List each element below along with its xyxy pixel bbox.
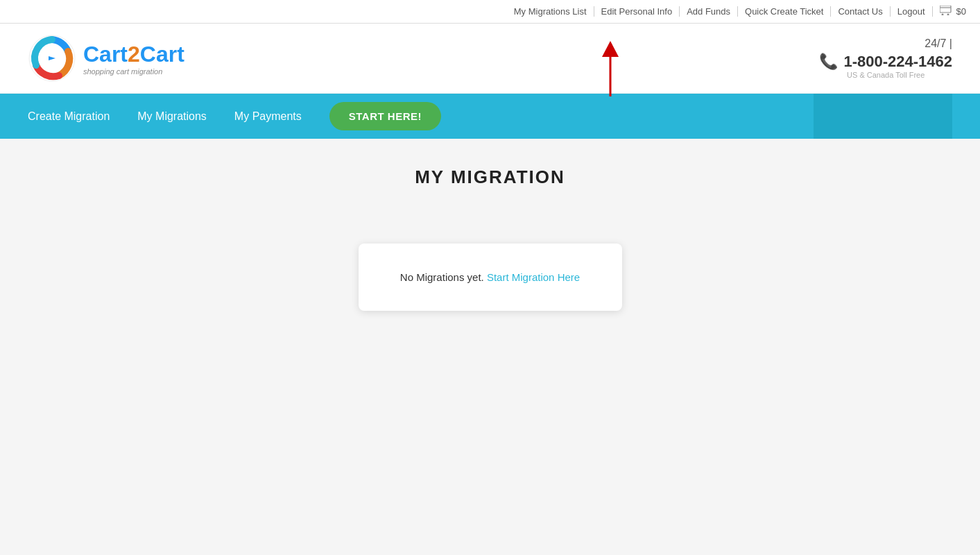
- svg-rect-0: [940, 6, 951, 12]
- my-payments-nav[interactable]: My Payments: [234, 107, 302, 126]
- start-here-button[interactable]: START HERE!: [329, 102, 441, 130]
- page-title: MY MIGRATION: [14, 166, 966, 188]
- balance-value: $0: [956, 6, 966, 17]
- cart-icon: [940, 6, 952, 17]
- edit-personal-info-link[interactable]: Edit Personal Info: [594, 6, 680, 17]
- availability-text: 24/7 |: [819, 37, 952, 50]
- svg-point-3: [947, 14, 949, 16]
- empty-state-card: No Migrations yet. Start Migration Here: [359, 244, 622, 311]
- add-funds-link[interactable]: Add Funds: [680, 6, 738, 17]
- create-migration-nav[interactable]: Create Migration: [28, 107, 110, 126]
- logo-icon: [28, 34, 76, 83]
- my-migrations-nav[interactable]: My Migrations: [137, 107, 207, 126]
- arrow-annotation: [590, 37, 631, 103]
- top-bar: My Migrations List Edit Personal Info Ad…: [0, 0, 980, 24]
- quick-create-ticket-link[interactable]: Quick Create Ticket: [738, 6, 831, 17]
- my-migrations-list-link[interactable]: My Migrations List: [507, 6, 594, 17]
- balance-area: $0: [933, 6, 966, 17]
- logo-text: Cart2Cart shopping cart migration: [83, 42, 184, 76]
- start-migration-link[interactable]: Start Migration Here: [487, 271, 580, 283]
- logout-link[interactable]: Logout: [891, 6, 933, 17]
- phone-area: 24/7 | 📞 1-800-224-1462 US & Canada Toll…: [819, 37, 952, 79]
- svg-marker-7: [602, 41, 619, 57]
- main-content: MY MIGRATION No Migrations yet. Start Mi…: [0, 139, 980, 513]
- header: Cart2Cart shopping cart migration 24/7 |…: [0, 24, 980, 94]
- brand-name: Cart2Cart: [83, 42, 184, 67]
- logo-area: Cart2Cart shopping cart migration: [28, 34, 184, 83]
- toll-free-text: US & Canada Toll Free: [819, 71, 952, 79]
- contact-us-link[interactable]: Contact Us: [831, 6, 890, 17]
- phone-number: 📞 1-800-224-1462: [819, 53, 952, 71]
- nav-bar: Create Migration My Migrations My Paymen…: [0, 94, 980, 139]
- phone-icon: 📞: [819, 53, 838, 71]
- empty-text: No Migrations yet.: [400, 271, 484, 283]
- nav-right-faded: [814, 94, 952, 139]
- svg-point-2: [941, 14, 943, 16]
- tagline: shopping cart migration: [83, 67, 184, 76]
